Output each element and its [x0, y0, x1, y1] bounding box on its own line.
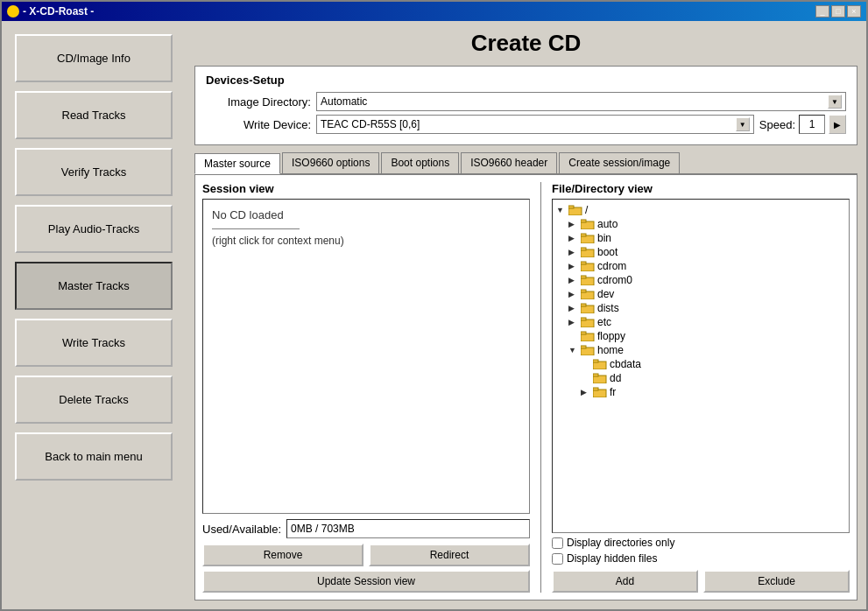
- file-tree-wrapper: ▼ / ▶: [552, 199, 850, 533]
- image-directory-label: Image Directory:: [206, 95, 311, 109]
- image-directory-value: Automatic: [321, 95, 828, 108]
- tree-item-cdrom0[interactable]: ▶ cdrom0: [556, 273, 845, 287]
- tree-item-bin[interactable]: ▶ bin: [556, 231, 845, 245]
- tree-item-boot[interactable]: ▶ boot: [556, 245, 845, 259]
- write-device-arrow[interactable]: ▼: [736, 117, 750, 131]
- tree-label-floppy: floppy: [597, 330, 625, 342]
- folder-closed-icon-cdrom: [581, 261, 595, 271]
- tree-item-fr[interactable]: ▶ fr: [556, 385, 845, 399]
- tab-content: Session view No CD loaded (right click f…: [194, 175, 857, 600]
- tree-arrow-boot: ▶: [568, 248, 581, 256]
- image-directory-select[interactable]: Automatic ▼: [316, 92, 846, 111]
- tree-item-dd[interactable]: ▶ dd: [556, 371, 845, 385]
- tree-item-cdrom[interactable]: ▶ cdrom: [556, 259, 845, 273]
- tabs: Master source ISO9660 options Boot optio…: [194, 152, 857, 175]
- tab-boot-options[interactable]: Boot options: [381, 152, 459, 173]
- speed-area: Speed: 1 ▶: [759, 115, 846, 134]
- maximize-button[interactable]: □: [831, 5, 845, 18]
- sidebar-item-write-tracks[interactable]: Write Tracks: [15, 319, 173, 367]
- folder-closed-icon-dd: [593, 373, 607, 383]
- sidebar-item-master-tracks[interactable]: Master Tracks: [15, 262, 173, 310]
- tab-iso9660-options[interactable]: ISO9660 options: [282, 152, 379, 173]
- remove-button[interactable]: Remove: [202, 544, 363, 566]
- write-device-label: Write Device:: [206, 118, 311, 131]
- tree-arrow-dev: ▶: [568, 290, 581, 298]
- tree-arrow-fr: ▶: [581, 388, 593, 397]
- session-view-title: Session view: [202, 182, 530, 195]
- display-dirs-only-checkbox[interactable]: [552, 537, 563, 549]
- image-directory-arrow[interactable]: ▼: [828, 95, 842, 109]
- devices-setup-section: Devices-Setup Image Directory: Automatic…: [194, 66, 857, 145]
- svg-rect-9: [581, 262, 586, 264]
- svg-rect-19: [581, 332, 586, 334]
- tree-item-dists[interactable]: ▶ dists: [556, 301, 845, 315]
- tree-label-dd: dd: [610, 372, 621, 384]
- folder-closed-icon-dists: [581, 303, 595, 313]
- tree-item-auto[interactable]: ▶ auto: [556, 217, 845, 231]
- tree-label-auto: auto: [597, 218, 617, 230]
- file-buttons: Add Exclude: [552, 570, 850, 593]
- separator: [212, 228, 300, 229]
- tree-label-boot: boot: [597, 246, 617, 258]
- tree-item-dev[interactable]: ▶ dev: [556, 287, 845, 301]
- file-tree[interactable]: ▼ / ▶: [552, 199, 850, 533]
- used-value: 0MB / 703MB: [286, 519, 530, 538]
- tree-item-home[interactable]: ▼ home: [556, 343, 845, 357]
- devices-setup-title: Devices-Setup: [206, 74, 846, 87]
- display-dirs-only-row: Display directories only: [552, 537, 850, 549]
- add-button[interactable]: Add: [552, 570, 698, 593]
- sidebar-item-back-to-main-menu[interactable]: Back to main menu: [15, 432, 173, 481]
- used-label: Used/Available:: [202, 523, 281, 536]
- redirect-button[interactable]: Redirect: [369, 544, 530, 566]
- sidebar-item-read-tracks[interactable]: Read Tracks: [15, 91, 173, 139]
- folder-closed-icon-etc: [581, 317, 595, 327]
- folder-closed-icon-cbdata: [593, 359, 607, 369]
- sidebar-item-play-audio-tracks[interactable]: Play Audio-Tracks: [15, 205, 173, 253]
- main-window: - X-CD-Roast - _ □ × CD/Image Info Read …: [0, 0, 868, 611]
- write-device-select[interactable]: TEAC CD-R55S [0,6] ▼: [316, 115, 754, 134]
- tree-arrow-etc: ▶: [568, 318, 581, 327]
- display-hidden-files-checkbox[interactable]: [552, 553, 563, 565]
- speed-arrow[interactable]: ▶: [829, 115, 846, 134]
- window-title: - X-CD-Roast -: [23, 5, 94, 18]
- session-view-area[interactable]: No CD loaded (right click for context me…: [202, 199, 530, 514]
- tree-item-root[interactable]: ▼ /: [556, 203, 845, 217]
- tree-arrow-root: ▼: [556, 206, 568, 214]
- display-hidden-files-label: Display hidden files: [567, 552, 657, 565]
- speed-label: Speed:: [759, 118, 795, 131]
- svg-rect-15: [581, 304, 586, 306]
- tree-label-bin: bin: [597, 232, 611, 244]
- tree-arrow-bin: ▶: [568, 234, 581, 242]
- tab-iso9660-header[interactable]: ISO9660 header: [461, 152, 557, 173]
- tab-create-session-image[interactable]: Create session/image: [559, 152, 680, 173]
- tree-label-cdrom: cdrom: [597, 260, 626, 272]
- close-button[interactable]: ×: [847, 5, 861, 18]
- minimize-button[interactable]: _: [815, 5, 829, 18]
- sidebar-item-verify-tracks[interactable]: Verify Tracks: [15, 148, 173, 196]
- used-available-row: Used/Available: 0MB / 703MB: [202, 519, 530, 538]
- write-device-row: Write Device: TEAC CD-R55S [0,6] ▼ Speed…: [206, 115, 846, 134]
- tree-item-floppy[interactable]: ▶ floppy: [556, 329, 845, 343]
- sidebar-item-cd-image-info[interactable]: CD/Image Info: [15, 34, 173, 82]
- image-directory-row: Image Directory: Automatic ▼: [206, 92, 846, 111]
- no-cd-text: No CD loaded: [212, 208, 520, 221]
- svg-rect-13: [581, 290, 586, 292]
- svg-rect-25: [593, 374, 598, 376]
- panel-divider: [540, 182, 541, 593]
- page-title: Create CD: [194, 30, 857, 57]
- tree-arrow-auto: ▶: [568, 220, 581, 228]
- title-bar: - X-CD-Roast - _ □ ×: [2, 2, 866, 21]
- file-panel: File/Directory view ▼: [552, 182, 850, 593]
- tree-item-etc[interactable]: ▶ etc: [556, 315, 845, 329]
- folder-closed-icon-floppy: [581, 331, 595, 341]
- update-session-button[interactable]: Update Session view: [202, 570, 530, 593]
- tree-arrow-dists: ▶: [568, 304, 581, 313]
- speed-input[interactable]: 1: [799, 115, 825, 134]
- folder-closed-icon-boot: [581, 247, 595, 257]
- tab-master-source[interactable]: Master source: [194, 153, 280, 174]
- folder-closed-icon-fr: [593, 387, 607, 397]
- tree-item-cbdata[interactable]: ▶ cbdata: [556, 357, 845, 371]
- write-device-value: TEAC CD-R55S [0,6]: [321, 118, 736, 130]
- exclude-button[interactable]: Exclude: [703, 570, 850, 593]
- sidebar-item-delete-tracks[interactable]: Delete Tracks: [15, 376, 173, 424]
